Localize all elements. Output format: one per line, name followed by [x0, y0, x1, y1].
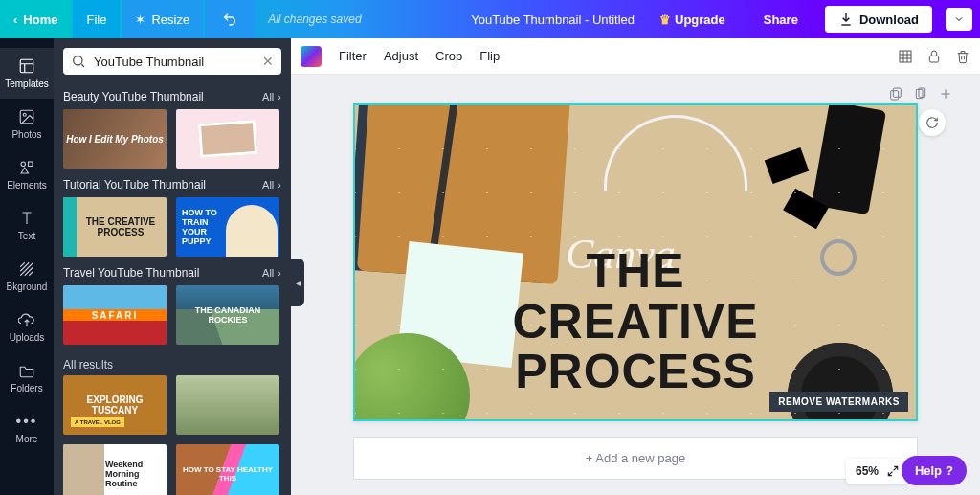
upgrade-label: Upgrade	[675, 12, 725, 27]
help-button[interactable]: Help ?	[902, 456, 967, 485]
title-line: PROCESS	[355, 347, 916, 397]
sync-icon	[925, 116, 939, 129]
top-bar-right: YouTube Thumbnail - Untitled ♛ Upgrade S…	[471, 6, 980, 33]
stage: Canva THE CREATIVE PROCESS REMOVE WATERM…	[291, 75, 980, 495]
template-thumb[interactable]: THE CANADIAN ROCKIES	[176, 285, 279, 345]
design-canvas[interactable]: Canva THE CREATIVE PROCESS REMOVE WATERM…	[353, 103, 918, 421]
svg-rect-9	[891, 91, 899, 100]
template-thumb[interactable]: THE CREATIVE PROCESS	[63, 197, 167, 257]
category-travel: Travel YouTube Thumbnail All SAFARI THE …	[54, 260, 291, 349]
svg-rect-8	[893, 88, 901, 97]
see-all-button[interactable]: All	[262, 91, 281, 102]
svg-rect-4	[29, 162, 33, 167]
rail-templates[interactable]: Templates	[0, 48, 54, 99]
rail-label: Folders	[11, 383, 42, 394]
photos-icon	[18, 108, 35, 125]
rail-label: Elements	[7, 180, 47, 191]
rail-background[interactable]: Bkground	[0, 251, 54, 302]
template-thumb[interactable]: HOW TO STAY HEALTHY THIS	[176, 444, 279, 495]
svg-point-2	[23, 113, 26, 116]
category-tutorial: Tutorial YouTube Thumbnail All THE CREAT…	[54, 172, 291, 260]
rail-label: Uploads	[10, 332, 45, 343]
more-icon: •••	[16, 413, 38, 430]
page-tools	[888, 86, 953, 101]
crop-button[interactable]: Crop	[435, 49, 462, 63]
rail-label: Bkground	[7, 281, 48, 292]
save-status: All changes saved	[268, 12, 361, 26]
sync-button[interactable]	[919, 109, 946, 136]
duplicate-page-icon[interactable]	[913, 86, 928, 101]
template-thumb[interactable]	[176, 109, 279, 169]
canva-logo-icon	[301, 46, 322, 67]
upgrade-button[interactable]: ♛ Upgrade	[648, 7, 737, 33]
rail-photos[interactable]: Photos	[0, 99, 54, 149]
thumb-label: EXPLORING TUSCANY	[63, 394, 167, 416]
canvas-title-text[interactable]: THE CREATIVE PROCESS	[355, 246, 916, 397]
thumb-label: THE CREATIVE PROCESS	[63, 216, 167, 237]
rail-label: Text	[18, 231, 35, 241]
rail-text[interactable]: Text	[0, 200, 54, 251]
filter-button[interactable]: Filter	[339, 49, 367, 63]
rail-elements[interactable]: Elements	[0, 149, 54, 200]
see-all-button[interactable]: All	[262, 267, 281, 279]
resize-label: Resize	[151, 12, 189, 27]
flip-button[interactable]: Flip	[479, 49, 500, 63]
text-icon	[18, 210, 35, 227]
trash-icon[interactable]	[955, 49, 970, 64]
templates-icon	[18, 57, 35, 75]
download-icon	[838, 11, 854, 27]
share-button[interactable]: Share	[750, 7, 812, 33]
svg-rect-6	[900, 51, 911, 62]
copy-page-icon[interactable]	[888, 86, 903, 101]
rail-label: Photos	[11, 129, 41, 140]
template-thumb[interactable]: SAFARI	[63, 285, 167, 345]
adjust-button[interactable]: Adjust	[384, 49, 418, 63]
chevron-left-icon: ‹	[13, 12, 17, 27]
folders-icon	[18, 362, 35, 379]
template-thumb[interactable]: EXPLORING TUSCANY A TRAVEL VLOG	[63, 375, 167, 435]
resize-button[interactable]: ✶ Resize	[122, 0, 203, 38]
download-label: Download	[859, 12, 919, 27]
zoom-control[interactable]: 65%	[846, 459, 909, 484]
download-options-button[interactable]	[946, 8, 972, 31]
remove-watermarks-button[interactable]: REMOVE WATERMARKS	[769, 392, 908, 412]
rail-label: Templates	[5, 79, 49, 89]
category-beauty: Beauty YouTube Thumbnail All How I Edit …	[54, 84, 291, 172]
undo-button[interactable]	[205, 0, 255, 38]
elements-icon	[18, 159, 35, 176]
search-box[interactable]: ✕	[63, 48, 281, 75]
undo-icon	[222, 11, 237, 27]
category-title: Travel YouTube Thumbnail	[63, 266, 199, 280]
file-label: File	[86, 12, 106, 27]
panel-collapse-handle[interactable]: ◂	[291, 259, 304, 306]
top-bar: ‹ Home File ✶ Resize All changes saved Y…	[0, 0, 980, 38]
thumb-label: How I Edit My Photos	[66, 134, 164, 145]
add-page-button[interactable]: + Add a new page	[353, 437, 918, 480]
file-menu[interactable]: File	[73, 0, 120, 38]
side-rail: Templates Photos Elements Text Bkground …	[0, 38, 54, 495]
template-thumb[interactable]: Weekend Morning Routine	[63, 444, 167, 495]
home-label: Home	[23, 12, 57, 27]
rail-uploads[interactable]: Uploads	[0, 302, 54, 352]
home-button[interactable]: ‹ Home	[0, 0, 71, 38]
rail-folders[interactable]: Folders	[0, 352, 54, 403]
clear-search-button[interactable]: ✕	[262, 54, 274, 69]
template-thumb[interactable]	[176, 375, 279, 435]
add-page-icon[interactable]	[938, 86, 953, 101]
context-toolbar: Filter Adjust Crop Flip	[291, 38, 980, 75]
download-button[interactable]: Download	[825, 6, 932, 33]
rail-more[interactable]: ••• More	[0, 403, 54, 454]
thumb-sublabel: A TRAVEL VLOG	[71, 417, 124, 427]
title-line: CREATIVE	[355, 297, 916, 348]
category-title: Beauty YouTube Thumbnail	[63, 90, 204, 103]
transparency-icon[interactable]	[898, 49, 913, 64]
see-all-button[interactable]: All	[262, 179, 281, 191]
zoom-value: 65%	[856, 464, 879, 478]
template-thumb[interactable]: HOW TO TRAIN YOUR PUPPY	[176, 197, 279, 257]
lock-icon[interactable]	[926, 49, 942, 64]
search-input[interactable]	[94, 55, 255, 69]
document-title[interactable]: YouTube Thumbnail - Untitled	[471, 12, 635, 27]
help-label: Help	[915, 463, 942, 478]
background-icon	[18, 260, 35, 278]
template-thumb[interactable]: How I Edit My Photos	[63, 109, 167, 169]
